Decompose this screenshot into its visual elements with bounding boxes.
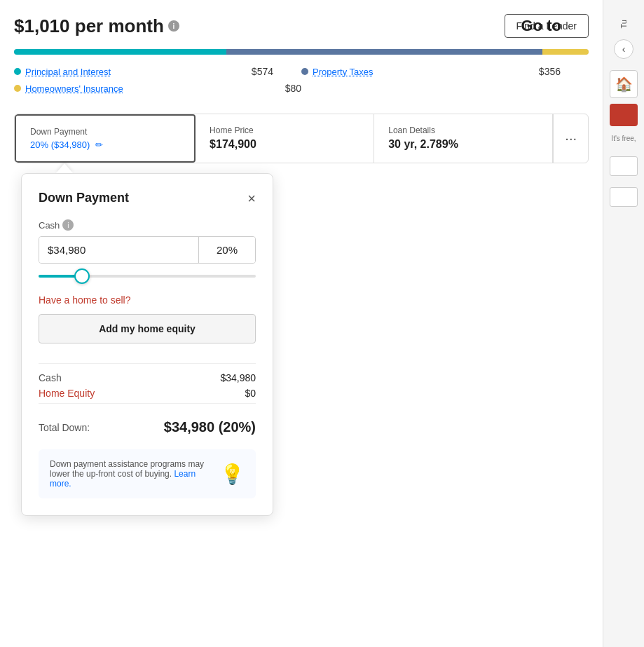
cash-summary-label: Cash [39,372,62,383]
cash-info-icon[interactable]: i [62,219,74,231]
slider-track [39,275,256,278]
have-home-text: Have a home to sell? [39,294,256,306]
down-payment-label: Down Payment [30,127,180,137]
cash-summary-value: $34,980 [220,372,256,383]
cash-percent-input[interactable] [199,237,255,263]
down-payment-popup: Down Payment × Cash i Have a home to sel… [21,173,273,516]
cash-amount-input[interactable] [39,237,199,263]
legend-value-insurance: $80 [285,83,301,94]
down-payment-segment[interactable]: Down Payment 20% ($34,980) ✏ [15,114,196,163]
down-payment-slider-container [39,275,256,278]
cash-label-text: Cash [39,220,60,231]
monthly-amount: $1,010 per month i [14,15,179,37]
summary-bar: Down Payment 20% ($34,980) ✏ Home Price … [14,114,589,163]
legend-item-principal: Principal and Interest $574 [14,66,301,77]
legend-label-principal[interactable]: Principal and Interest [25,67,111,77]
info-icon[interactable]: i [168,20,179,32]
sidebar-chevron[interactable]: ‹ [614,39,633,59]
legend-dot-taxes [301,68,308,75]
home-price-label: Home Price [210,125,359,135]
total-divider [39,403,256,404]
progress-segment-insurance [542,49,589,55]
sidebar-red-block[interactable] [610,104,638,126]
assistance-text: Down payment assistance programs may low… [50,459,212,489]
sidebar-rect-1 [610,156,638,176]
sidebar-house-icon[interactable]: 🏠 [610,70,638,98]
more-options-button[interactable]: ··· [553,114,588,163]
summary-divider [39,363,256,364]
go-to-label: Go to [521,17,561,35]
legend-label-insurance[interactable]: Homeowners' Insurance [25,83,123,94]
cash-input-row [39,236,256,264]
cash-summary-row: Cash $34,980 [39,372,256,383]
popup-title: Down Payment [39,191,129,205]
home-price-segment[interactable]: Home Price $174,900 [196,114,374,163]
loan-details-label: Loan Details [388,125,538,135]
legend-dot-principal [14,68,21,75]
loan-details-value: 30 yr, 2.789% [388,138,538,151]
monthly-amount-text: $1,010 per month [14,15,164,37]
legend-row: Principal and Interest $574 Property Tax… [14,66,589,100]
progress-segment-principal [14,49,226,55]
popup-header: Down Payment × [39,191,256,205]
legend-value-principal: $574 [252,66,301,77]
bulb-icon: 💡 [220,463,245,486]
equity-summary-row: Home Equity $0 [39,388,256,399]
home-price-value: $174,900 [210,138,359,151]
legend-label-taxes[interactable]: Property Taxes [313,67,373,77]
progress-bar [14,49,589,55]
total-down-label: Total Down: [39,422,90,433]
slider-thumb[interactable] [74,268,90,284]
cash-label-row: Cash i [39,219,256,231]
popup-arrow [56,163,73,173]
sidebar-tab[interactable]: Tu [617,14,631,34]
down-payment-value: 20% ($34,980) ✏ [30,139,180,150]
legend-item-insurance: Homeowners' Insurance $80 [14,83,301,94]
add-equity-button[interactable]: Add my home equity [39,314,256,343]
close-button[interactable]: × [247,191,256,205]
right-sidebar: Tu ‹ 🏠 It's free, [603,0,644,647]
progress-segment-taxes [226,49,542,55]
assistance-box: Down payment assistance programs may low… [39,449,256,498]
legend-value-taxes: $356 [539,66,589,77]
monthly-header: $1,010 per month i Find a Lender [14,14,589,38]
legend-dot-insurance [14,85,21,92]
loan-details-segment[interactable]: Loan Details 30 yr, 2.789% [374,114,553,163]
sidebar-free-text: It's free, [608,132,638,145]
total-down-value: $34,980 (20%) [164,419,256,435]
legend-item-taxes: Property Taxes $356 [301,66,589,77]
total-down-row: Total Down: $34,980 (20%) [39,412,256,435]
sidebar-rect-2 [610,187,638,207]
equity-summary-label: Home Equity [39,388,95,399]
edit-icon[interactable]: ✏ [95,139,103,150]
equity-summary-value: $0 [245,388,256,399]
